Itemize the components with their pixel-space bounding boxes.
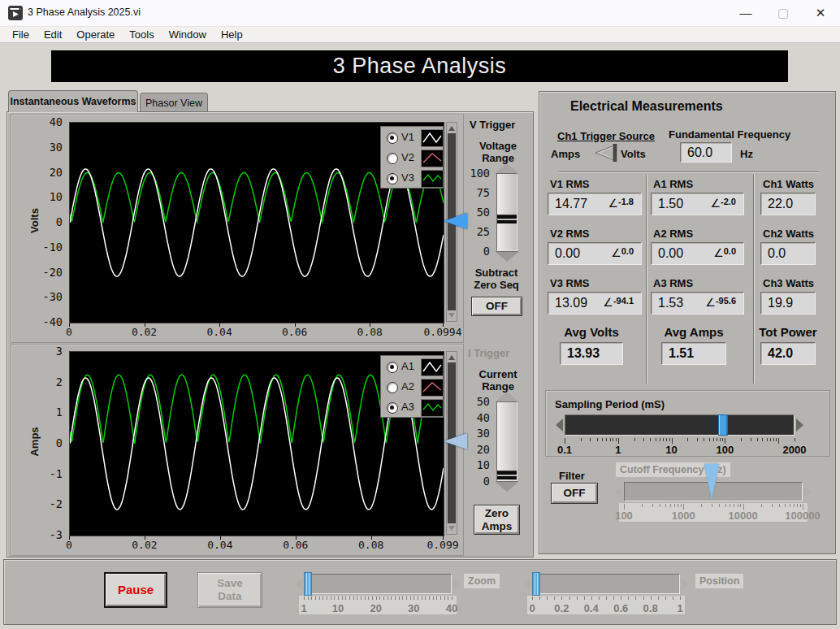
- value-ch1-watts[interactable]: 22.0: [760, 193, 816, 215]
- value-tot-power[interactable]: 42.0: [760, 342, 816, 365]
- current-range-slider-track[interactable]: [496, 401, 517, 481]
- pause-button[interactable]: Pause: [104, 572, 167, 608]
- close-button[interactable]: ✕: [802, 0, 839, 26]
- subtract-zero-seq-button[interactable]: OFF: [471, 297, 522, 316]
- current-range-slider-thumb[interactable]: [497, 471, 517, 479]
- volts-legend-item-v3[interactable]: V3: [381, 168, 443, 189]
- ch1-trigger-source-switch[interactable]: [592, 144, 618, 165]
- zoom-slider-tickmark: [402, 596, 403, 600]
- position-slider-left-arrow[interactable]: [523, 578, 530, 591]
- menu-tools[interactable]: Tools: [122, 28, 161, 41]
- volts-legend-item-v2[interactable]: V2: [381, 148, 443, 168]
- legend-radio-a1[interactable]: [387, 362, 398, 373]
- menu-operate[interactable]: Operate: [69, 28, 122, 41]
- volts-legend-item-v1[interactable]: V1: [381, 128, 443, 148]
- zoom-slider-track[interactable]: [304, 574, 452, 594]
- amps-ytick: 1: [35, 406, 63, 419]
- volts-ytick: 20: [35, 166, 63, 179]
- zoom-slider-left-arrow[interactable]: [295, 578, 302, 591]
- fundamental-frequency-value-box[interactable]: 60.0: [680, 142, 732, 163]
- cutoff-frequency-slider-tickmark: [800, 504, 801, 507]
- legend-radio-v1[interactable]: [387, 132, 398, 144]
- scrollbar-down-icon[interactable]: [448, 313, 455, 318]
- volts-ytick: -40: [35, 315, 63, 328]
- cutoff-frequency-slider-left-arrow[interactable]: [615, 485, 622, 498]
- sampling-period-slider-tickmark: [581, 438, 582, 441]
- amps-legend-item-a2[interactable]: A2: [381, 377, 443, 397]
- sampling-period-slider-right-arrow[interactable]: [796, 419, 803, 432]
- volts-ytick: 40: [35, 115, 63, 128]
- sampling-period-slider-thumb[interactable]: [718, 414, 728, 436]
- volts-ytick: -20: [35, 266, 63, 279]
- value-a1-rms[interactable]: 1.50∠-2.0: [651, 193, 744, 215]
- banner-title: 3 Phase Analysis: [333, 54, 507, 79]
- summary-value: 42.0: [768, 346, 793, 361]
- value-a2-rms[interactable]: 0.00∠0.0: [651, 242, 744, 265]
- tab-phasor-view[interactable]: Phasor View: [140, 93, 208, 112]
- maximize-button[interactable]: ▢: [764, 0, 802, 26]
- zoom-slider-thumb[interactable]: [304, 572, 312, 596]
- position-slider-thumb[interactable]: [532, 572, 540, 596]
- amps-trigger-cursor[interactable]: [444, 433, 467, 449]
- value-a3-rms[interactable]: 1.53∠-95.6: [651, 292, 744, 314]
- zoom-slider-scale-label: 10: [332, 602, 344, 614]
- position-slider-track[interactable]: [532, 574, 680, 594]
- zoom-slider-right-arrow[interactable]: [453, 578, 461, 591]
- scrollbar-up-icon[interactable]: [448, 126, 455, 131]
- minimize-button[interactable]: —: [727, 0, 764, 26]
- zoom-slider-tickmark: [448, 596, 448, 600]
- menu-file[interactable]: File: [5, 28, 37, 41]
- voltage-range-slider-thumb[interactable]: [497, 215, 517, 223]
- value-v2-rms[interactable]: 0.00∠0.0: [548, 242, 642, 265]
- legend-radio-a3[interactable]: [387, 402, 398, 414]
- menu-help[interactable]: Help: [214, 28, 250, 41]
- menu-window[interactable]: Window: [162, 28, 214, 41]
- scrollbar-down-icon[interactable]: [448, 526, 455, 531]
- menu-edit[interactable]: Edit: [37, 28, 69, 41]
- scrollbar-up-icon[interactable]: [448, 355, 455, 360]
- voltage-range-slider-track[interactable]: [496, 173, 517, 251]
- position-slider-tickmark: [643, 596, 644, 600]
- filter-off-button[interactable]: OFF: [551, 483, 598, 504]
- cutoff-frequency-slider-tickmark: [761, 504, 762, 507]
- legend-radio-v2[interactable]: [387, 153, 398, 164]
- cutoff-frequency-slider-tickmark: [803, 504, 803, 510]
- zoom-slider-tickmark: [331, 596, 331, 600]
- value-v3-rms[interactable]: 13.09∠-94.1: [548, 292, 642, 314]
- legend-swatch-v2: [421, 150, 444, 167]
- volts-trigger-cursor[interactable]: [444, 213, 467, 229]
- cutoff-frequency-slider-right-arrow[interactable]: [804, 485, 812, 498]
- voltage-range-slider-up-cap[interactable]: [496, 163, 518, 173]
- tab-instantaneous-waveforms[interactable]: Instantaneous Waveforms: [8, 90, 138, 112]
- current-range-slider-down-cap[interactable]: [496, 482, 518, 492]
- zoom-slider-tickmark: [372, 596, 373, 600]
- value-v1-rms[interactable]: 14.77∠-1.8: [548, 193, 642, 215]
- legend-radio-a2[interactable]: [387, 382, 398, 393]
- amps-legend-item-a3[interactable]: A3: [381, 397, 443, 418]
- voltage-range-slider-down-cap[interactable]: [496, 252, 518, 262]
- amps-legend-item-a1[interactable]: A1: [381, 357, 443, 377]
- sampling-period-slider-tickmark: [778, 438, 779, 444]
- trigger-source-volts-label: Volts: [621, 148, 646, 160]
- current-range-slider-up-cap[interactable]: [496, 392, 518, 401]
- sampling-period-slider-tickmark: [741, 438, 742, 441]
- cutoff-frequency-slider-tickmark: [665, 504, 666, 507]
- cutoff-frequency-slider-tickmark: [730, 504, 730, 507]
- sampling-period-slider-left-arrow[interactable]: [556, 419, 563, 432]
- sampling-period-slider-track[interactable]: [565, 414, 795, 436]
- sampling-period-slider-tickmark: [757, 438, 758, 441]
- banner: 3 Phase Analysis: [51, 50, 788, 82]
- zero-amps-button[interactable]: Zero Amps: [474, 505, 520, 535]
- value-avg-volts[interactable]: 13.93: [560, 342, 623, 365]
- cutoff-frequency-slider-tickmark: [738, 504, 738, 507]
- legend-radio-v3[interactable]: [387, 173, 398, 184]
- cutoff-frequency-slider-tickmark: [772, 504, 773, 507]
- value-ch3-watts[interactable]: 19.9: [760, 292, 816, 314]
- angle-value: -1.8: [618, 197, 634, 206]
- value-avg-amps[interactable]: 1.51: [661, 342, 726, 365]
- legend-line-icon: [422, 380, 443, 396]
- save-data-button[interactable]: Save Data: [197, 572, 262, 608]
- value-ch2-watts[interactable]: 0.0: [760, 242, 816, 265]
- cutoff-frequency-slider-thumb[interactable]: [704, 464, 719, 500]
- position-slider-right-arrow[interactable]: [682, 578, 689, 591]
